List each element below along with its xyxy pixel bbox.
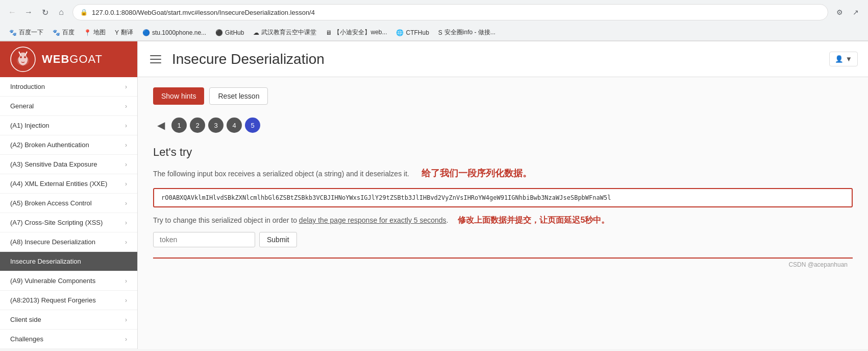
lesson-description: The following input box receives a seria… <box>153 167 853 180</box>
bookmark-fanyi[interactable]: Y翻译 <box>111 27 137 38</box>
browser-nav-buttons: ← → ↻ ⌂ <box>5 5 68 19</box>
user-icon: 👤 <box>835 55 844 63</box>
nav-home-button[interactable]: ⌂ <box>54 5 68 19</box>
page-button-1[interactable]: 1 <box>171 118 187 133</box>
bookmark-github[interactable]: ⚫GitHub <box>211 28 248 38</box>
browser-toolbar: ← → ↻ ⌂ 🔒 127.0.0.1:8080/WebGoat/start.m… <box>0 0 868 25</box>
bookmarks-bar: 🐾百度一下🐾百度📍地图Y翻译🔵stu.1000phone.ne...⚫GitHu… <box>0 25 868 41</box>
chevron-icon-client-side: › <box>125 316 127 323</box>
sidebar-label-challenges: Challenges <box>10 335 43 343</box>
bookmark-baiduyixia[interactable]: 🐾百度一下 <box>5 27 47 38</box>
bookmark-icon-fanyi: Y <box>115 29 119 36</box>
svg-point-2 <box>20 56 22 58</box>
sidebar-label-a4-xxe: (A4) XML External Entities (XXE) <box>10 180 107 188</box>
page-button-5[interactable]: 5 <box>245 118 260 133</box>
token-input[interactable] <box>153 232 255 247</box>
instruction-underline: delay the page response for exactly 5 se… <box>299 216 447 224</box>
sidebar-item-introduction[interactable]: Introduction› <box>0 77 137 97</box>
bookmark-label-anquanquan: 安全圈info - 做接... <box>444 28 495 37</box>
sidebar-label-a9-vulnerable-components: (A9) Vulnerable Components <box>10 277 95 285</box>
instruction-text: Try to change this serialized object in … <box>153 215 853 226</box>
nav-back-button[interactable]: ← <box>5 5 19 19</box>
reset-lesson-button[interactable]: Reset lesson <box>209 87 268 105</box>
bookmark-icon-ditu: 📍 <box>84 29 91 36</box>
sidebar-label-a2-broken-auth: (A2) Broken Authentication <box>10 141 89 149</box>
show-hints-button[interactable]: Show hints <box>153 87 204 105</box>
bookmark-baidu[interactable]: 🐾百度 <box>48 27 79 38</box>
sidebar-item-a1-injection[interactable]: (A1) Injection› <box>0 116 137 135</box>
bookmark-icon-github: ⚫ <box>215 29 223 36</box>
url-text: 127.0.0.1:8080/WebGoat/start.mvc#lesson/… <box>92 9 315 16</box>
main-content: Insecure Deserialization 👤 ▼ Show hints … <box>138 41 868 349</box>
bookmark-label-ditu: 地图 <box>93 28 106 37</box>
page-button-2[interactable]: 2 <box>190 118 205 133</box>
extension-button[interactable]: ⚙ <box>832 5 847 19</box>
chevron-icon-a8-insecure-deserialization: › <box>125 239 127 246</box>
sidebar-nav: Introduction›General›(A1) Injection›(A2)… <box>0 77 137 349</box>
bookmark-icon-ctfhub: 🌐 <box>396 29 404 36</box>
pagination-row: ◀ 1 2 3 4 5 <box>153 118 853 133</box>
sidebar-item-a7-xss[interactable]: (A7) Cross-Site Scripting (XSS)› <box>0 213 137 232</box>
chevron-icon-a8-2013-request-forgeries: › <box>125 297 127 304</box>
csdn-watermark: CSDN @acepanhuan <box>153 259 853 271</box>
bookmark-label-baiduyixia: 百度一下 <box>19 28 43 37</box>
share-button[interactable]: ↗ <box>849 5 863 19</box>
bookmark-label-stu1000: stu.1000phone.ne... <box>152 29 206 36</box>
lesson-heading: Let's try <box>153 146 853 159</box>
sidebar-item-general[interactable]: General› <box>0 97 137 116</box>
sidebar-label-client-side: Client side <box>10 316 41 323</box>
sidebar-item-a8-2013-request-forgeries[interactable]: (A8:2013) Request Forgeries› <box>0 291 137 310</box>
bookmark-xiaodi[interactable]: 🖥【小迪安全】web... <box>321 27 391 38</box>
sidebar-item-client-side[interactable]: Client side› <box>0 310 137 330</box>
bookmark-stu1000[interactable]: 🔵stu.1000phone.ne... <box>138 28 210 38</box>
content-area: Show hints Reset lesson ◀ 1 2 3 4 5 Let'… <box>138 77 868 349</box>
page-button-4[interactable]: 4 <box>227 118 242 133</box>
hamburger-line-1 <box>150 55 161 56</box>
bookmark-icon-anquanquan: S <box>438 29 442 36</box>
chevron-icon-a5-broken-access: › <box>125 200 127 207</box>
page-button-3[interactable]: 3 <box>208 118 224 133</box>
nav-forward-button[interactable]: → <box>21 5 36 19</box>
chevron-icon-challenges: › <box>125 336 127 343</box>
user-menu-button[interactable]: 👤 ▼ <box>829 52 858 66</box>
hamburger-line-2 <box>150 59 161 60</box>
bookmark-ditu[interactable]: 📍地图 <box>80 27 110 38</box>
chevron-icon-a1-injection: › <box>125 122 127 129</box>
sidebar-label-general: General <box>10 102 34 110</box>
chevron-icon-a2-broken-auth: › <box>125 142 127 149</box>
app-container: WEBGOAT Introduction›General›(A1) Inject… <box>0 41 868 349</box>
hamburger-button[interactable] <box>148 51 164 67</box>
prev-page-button[interactable]: ◀ <box>153 118 168 133</box>
submit-button[interactable]: Submit <box>259 232 297 247</box>
sidebar-label-a8-2013-request-forgeries: (A8:2013) Request Forgeries <box>10 296 96 304</box>
sidebar-item-a2-broken-auth[interactable]: (A2) Broken Authentication› <box>0 135 137 155</box>
sidebar-item-challenges[interactable]: Challenges› <box>0 330 137 349</box>
sidebar-item-a5-broken-access[interactable]: (A5) Broken Access Control› <box>0 194 137 213</box>
bookmark-icon-baiduyixia: 🐾 <box>9 29 17 36</box>
address-bar[interactable]: 🔒 127.0.0.1:8080/WebGoat/start.mvc#lesso… <box>72 4 828 20</box>
bookmark-label-github: GitHub <box>225 29 244 36</box>
bookmark-wuhan[interactable]: ☁武汉教育云空中课堂 <box>249 27 320 38</box>
sidebar-item-a4-xxe[interactable]: (A4) XML External Entities (XXE)› <box>0 174 137 194</box>
serialized-value-box[interactable]: rO0ABXQAVklmIHlvdSBkZXNlcmlhbGl6ZSBtZSBk… <box>153 188 853 207</box>
bookmark-anquanquan[interactable]: S安全圈info - 做接... <box>434 27 500 38</box>
serialized-value-text: rO0ABXQAVklmIHlvdSBkZXNlcmlhbGl6ZSBtZSBk… <box>161 194 611 201</box>
sidebar-label-a1-injection: (A1) Injection <box>10 122 49 129</box>
buttons-row: Show hints Reset lesson <box>153 87 853 105</box>
user-chevron-icon: ▼ <box>846 55 852 63</box>
sidebar-item-insecure-deserialization[interactable]: Insecure Deserialization <box>0 252 137 271</box>
sidebar-item-a3-sensitive-data[interactable]: (A3) Sensitive Data Exposure› <box>0 155 137 174</box>
nav-refresh-button[interactable]: ↻ <box>38 5 52 19</box>
bookmark-label-wuhan: 武汉教育云空中课堂 <box>261 28 316 37</box>
sidebar-label-a8-insecure-deserialization: (A8) Insecure Deserialization <box>10 238 95 246</box>
bookmark-icon-xiaodi: 🖥 <box>326 29 332 36</box>
sidebar-label-a7-xss: (A7) Cross-Site Scripting (XSS) <box>10 219 103 226</box>
bookmark-label-baidu: 百度 <box>62 28 75 37</box>
hamburger-line-3 <box>150 62 161 63</box>
bookmark-icon-stu1000: 🔵 <box>142 29 150 36</box>
svg-point-3 <box>24 56 26 58</box>
bookmark-ctfhub[interactable]: 🌐CTFHub <box>392 28 433 38</box>
sidebar-item-a8-insecure-deserialization[interactable]: (A8) Insecure Deserialization› <box>0 232 137 252</box>
sidebar-item-a9-vulnerable-components[interactable]: (A9) Vulnerable Components› <box>0 271 137 291</box>
sidebar-title: WEBGOAT <box>42 53 103 66</box>
